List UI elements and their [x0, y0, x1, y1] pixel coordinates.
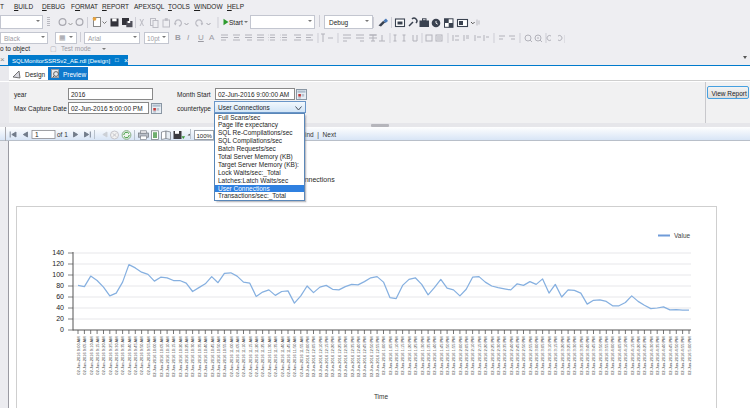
- svg-text:02-Jun-2016 12:00 PM: 02-Jun-2016 12:00 PM: [305, 337, 310, 378]
- svg-text:02-Jun-2016 12:25 PM: 02-Jun-2016 12:25 PM: [337, 337, 342, 378]
- svg-text:02-Jun-2016 9:55 AM: 02-Jun-2016 9:55 AM: [146, 337, 151, 375]
- svg-text:02-Jun-2016 9:00 AM: 02-Jun-2016 9:00 AM: [76, 337, 81, 375]
- svg-text:02-Jun-2016 10:20 AM: 02-Jun-2016 10:20 AM: [178, 337, 183, 377]
- svg-text:02-Jun-2016 10:35 AM: 02-Jun-2016 10:35 AM: [197, 337, 202, 377]
- svg-text:02-Jun-2016 11:35 AM: 02-Jun-2016 11:35 AM: [273, 337, 278, 377]
- svg-text:02-Jun-2016 3:00 PM: 02-Jun-2016 3:00 PM: [534, 337, 539, 375]
- svg-text:60: 60: [56, 293, 64, 300]
- svg-text:Value: Value: [674, 232, 691, 239]
- svg-text:02-Jun-2016 4:55 PM: 02-Jun-2016 4:55 PM: [680, 337, 685, 375]
- svg-text:02-Jun-2016 1:30 PM: 02-Jun-2016 1:30 PM: [420, 337, 425, 375]
- svg-text:02-Jun-2016 12:40 PM: 02-Jun-2016 12:40 PM: [356, 337, 361, 378]
- svg-text:02-Jun-2016 5:00 PM: 02-Jun-2016 5:00 PM: [687, 337, 692, 375]
- svg-text:02-Jun-2016 3:20 PM: 02-Jun-2016 3:20 PM: [560, 337, 565, 375]
- svg-text:02-Jun-2016 1:10 PM: 02-Jun-2016 1:10 PM: [394, 337, 399, 375]
- svg-text:02-Jun-2016 3:40 PM: 02-Jun-2016 3:40 PM: [585, 337, 590, 375]
- svg-text:02-Jun-2016 12:50 PM: 02-Jun-2016 12:50 PM: [369, 337, 374, 378]
- svg-text:02-Jun-2016 4:20 PM: 02-Jun-2016 4:20 PM: [636, 337, 641, 375]
- svg-text:02-Jun-2016 3:30 PM: 02-Jun-2016 3:30 PM: [572, 337, 577, 375]
- svg-text:02-Jun-2016 11:45 AM: 02-Jun-2016 11:45 AM: [286, 337, 291, 377]
- svg-text:02-Jun-2016 4:45 PM: 02-Jun-2016 4:45 PM: [668, 337, 673, 375]
- svg-text:02-Jun-2016 11:30 AM: 02-Jun-2016 11:30 AM: [267, 337, 272, 377]
- svg-text:02-Jun-2016 4:05 PM: 02-Jun-2016 4:05 PM: [617, 337, 622, 375]
- svg-text:02-Jun-2016 1:00 PM: 02-Jun-2016 1:00 PM: [381, 337, 386, 375]
- svg-text:02-Jun-2016 2:35 PM: 02-Jun-2016 2:35 PM: [502, 337, 507, 375]
- svg-text:02-Jun-2016 3:25 PM: 02-Jun-2016 3:25 PM: [566, 337, 571, 375]
- svg-text:02-Jun-2016 10:25 AM: 02-Jun-2016 10:25 AM: [184, 337, 189, 377]
- svg-text:140: 140: [52, 249, 64, 256]
- svg-text:120: 120: [52, 260, 64, 267]
- svg-text:02-Jun-2016 10:30 AM: 02-Jun-2016 10:30 AM: [190, 337, 195, 377]
- svg-text:02-Jun-2016 9:25 AM: 02-Jun-2016 9:25 AM: [108, 337, 113, 375]
- svg-text:02-Jun-2016 2:15 PM: 02-Jun-2016 2:15 PM: [477, 337, 482, 375]
- svg-text:02-Jun-2016 12:20 PM: 02-Jun-2016 12:20 PM: [330, 337, 335, 378]
- svg-text:02-Jun-2016 10:40 AM: 02-Jun-2016 10:40 AM: [203, 337, 208, 377]
- svg-text:02-Jun-2016 12:30 PM: 02-Jun-2016 12:30 PM: [343, 337, 348, 378]
- svg-text:02-Jun-2016 3:05 PM: 02-Jun-2016 3:05 PM: [540, 337, 545, 375]
- svg-text:02-Jun-2016 2:25 PM: 02-Jun-2016 2:25 PM: [490, 337, 495, 375]
- svg-text:02-Jun-2016 4:25 PM: 02-Jun-2016 4:25 PM: [642, 337, 647, 375]
- svg-text:02-Jun-2016 4:40 PM: 02-Jun-2016 4:40 PM: [661, 337, 666, 375]
- svg-text:0: 0: [60, 326, 64, 333]
- svg-text:02-Jun-2016 4:00 PM: 02-Jun-2016 4:00 PM: [610, 337, 615, 375]
- svg-text:02-Jun-2016 1:25 PM: 02-Jun-2016 1:25 PM: [413, 337, 418, 375]
- svg-text:02-Jun-2016 10:15 AM: 02-Jun-2016 10:15 AM: [171, 337, 176, 377]
- svg-text:02-Jun-2016 1:40 PM: 02-Jun-2016 1:40 PM: [432, 337, 437, 375]
- svg-text:02-Jun-2016 2:45 PM: 02-Jun-2016 2:45 PM: [515, 337, 520, 375]
- svg-text:02-Jun-2016 3:45 PM: 02-Jun-2016 3:45 PM: [591, 337, 596, 375]
- svg-text:02-Jun-2016 12:15 PM: 02-Jun-2016 12:15 PM: [324, 337, 329, 378]
- svg-text:02-Jun-2016 10:05 AM: 02-Jun-2016 10:05 AM: [159, 337, 164, 377]
- svg-text:02-Jun-2016 12:05 PM: 02-Jun-2016 12:05 PM: [311, 337, 316, 378]
- svg-text:02-Jun-2016 4:35 PM: 02-Jun-2016 4:35 PM: [655, 337, 660, 375]
- svg-text:02-Jun-2016 10:45 AM: 02-Jun-2016 10:45 AM: [210, 337, 215, 377]
- svg-text:02-Jun-2016 1:55 PM: 02-Jun-2016 1:55 PM: [451, 337, 456, 375]
- svg-text:02-Jun-2016 2:05 PM: 02-Jun-2016 2:05 PM: [464, 337, 469, 375]
- svg-text:02-Jun-2016 9:40 AM: 02-Jun-2016 9:40 AM: [127, 337, 132, 375]
- svg-text:02-Jun-2016 12:55 PM: 02-Jun-2016 12:55 PM: [375, 337, 380, 378]
- svg-text:02-Jun-2016 10:10 AM: 02-Jun-2016 10:10 AM: [165, 337, 170, 377]
- svg-text:100: 100: [52, 271, 64, 278]
- svg-text:02-Jun-2016 12:35 PM: 02-Jun-2016 12:35 PM: [350, 337, 355, 378]
- svg-text:02-Jun-2016 3:10 PM: 02-Jun-2016 3:10 PM: [547, 337, 552, 375]
- svg-text:02-Jun-2016 2:00 PM: 02-Jun-2016 2:00 PM: [458, 337, 463, 375]
- svg-text:02-Jun-2016 4:10 PM: 02-Jun-2016 4:10 PM: [623, 337, 628, 375]
- svg-text:02-Jun-2016 2:20 PM: 02-Jun-2016 2:20 PM: [483, 336, 488, 374]
- svg-text:40: 40: [56, 304, 64, 311]
- svg-text:02-Jun-2016 11:40 AM: 02-Jun-2016 11:40 AM: [280, 337, 285, 377]
- svg-text:02-Jun-2016 2:10 PM: 02-Jun-2016 2:10 PM: [470, 337, 475, 375]
- svg-text:02-Jun-2016 9:45 AM: 02-Jun-2016 9:45 AM: [133, 337, 138, 375]
- svg-text:02-Jun-2016 2:40 PM: 02-Jun-2016 2:40 PM: [509, 337, 514, 375]
- svg-text:02-Jun-2016 11:05 AM: 02-Jun-2016 11:05 AM: [235, 337, 240, 377]
- svg-text:02-Jun-2016 12:45 PM: 02-Jun-2016 12:45 PM: [362, 337, 367, 378]
- svg-text:02-Jun-2016 1:05 PM: 02-Jun-2016 1:05 PM: [388, 337, 393, 375]
- svg-text:02-Jun-2016 1:45 PM: 02-Jun-2016 1:45 PM: [439, 337, 444, 375]
- svg-text:02-Jun-2016 11:10 AM: 02-Jun-2016 11:10 AM: [241, 337, 246, 377]
- svg-text:02-Jun-2016 1:15 PM: 02-Jun-2016 1:15 PM: [400, 337, 405, 375]
- svg-text:02-Jun-2016 9:15 AM: 02-Jun-2016 9:15 AM: [95, 337, 100, 375]
- svg-text:02-Jun-2016 3:15 PM: 02-Jun-2016 3:15 PM: [553, 337, 558, 375]
- svg-text:02-Jun-2016 9:05 AM: 02-Jun-2016 9:05 AM: [82, 337, 87, 375]
- svg-text:02-Jun-2016 12:10 PM: 02-Jun-2016 12:10 PM: [318, 337, 323, 378]
- svg-text:80: 80: [56, 282, 64, 289]
- svg-text:02-Jun-2016 3:55 PM: 02-Jun-2016 3:55 PM: [604, 337, 609, 375]
- svg-text:02-Jun-2016 11:25 AM: 02-Jun-2016 11:25 AM: [260, 337, 265, 377]
- svg-text:02-Jun-2016 4:30 PM: 02-Jun-2016 4:30 PM: [649, 337, 654, 375]
- svg-text:02-Jun-2016 1:50 PM: 02-Jun-2016 1:50 PM: [445, 337, 450, 375]
- svg-text:02-Jun-2016 3:50 PM: 02-Jun-2016 3:50 PM: [598, 337, 603, 375]
- svg-text:02-Jun-2016 10:55 AM: 02-Jun-2016 10:55 AM: [222, 337, 227, 377]
- svg-text:02-Jun-2016 10:00 AM: 02-Jun-2016 10:00 AM: [152, 337, 157, 377]
- svg-text:02-Jun-2016 11:20 AM: 02-Jun-2016 11:20 AM: [254, 337, 259, 377]
- svg-text:02-Jun-2016 9:20 AM: 02-Jun-2016 9:20 AM: [101, 337, 106, 375]
- svg-text:02-Jun-2016 10:50 AM: 02-Jun-2016 10:50 AM: [216, 337, 221, 377]
- svg-text:02-Jun-2016 1:20 PM: 02-Jun-2016 1:20 PM: [407, 337, 412, 375]
- svg-text:02-Jun-2016 9:35 AM: 02-Jun-2016 9:35 AM: [120, 337, 125, 375]
- svg-text:02-Jun-2016 4:50 PM: 02-Jun-2016 4:50 PM: [674, 337, 679, 375]
- svg-text:02-Jun-2016 11:15 AM: 02-Jun-2016 11:15 AM: [248, 337, 253, 377]
- svg-text:02-Jun-2016 3:35 PM: 02-Jun-2016 3:35 PM: [579, 337, 584, 375]
- svg-text:02-Jun-2016 9:10 AM: 02-Jun-2016 9:10 AM: [89, 337, 94, 375]
- svg-text:02-Jun-2016 9:30 AM: 02-Jun-2016 9:30 AM: [114, 337, 119, 375]
- svg-text:02-Jun-2016 11:50 AM: 02-Jun-2016 11:50 AM: [292, 337, 297, 377]
- svg-text:02-Jun-2016 1:35 PM: 02-Jun-2016 1:35 PM: [426, 337, 431, 375]
- svg-text:20: 20: [56, 315, 64, 322]
- svg-text:02-Jun-2016 9:50 AM: 02-Jun-2016 9:50 AM: [139, 337, 144, 375]
